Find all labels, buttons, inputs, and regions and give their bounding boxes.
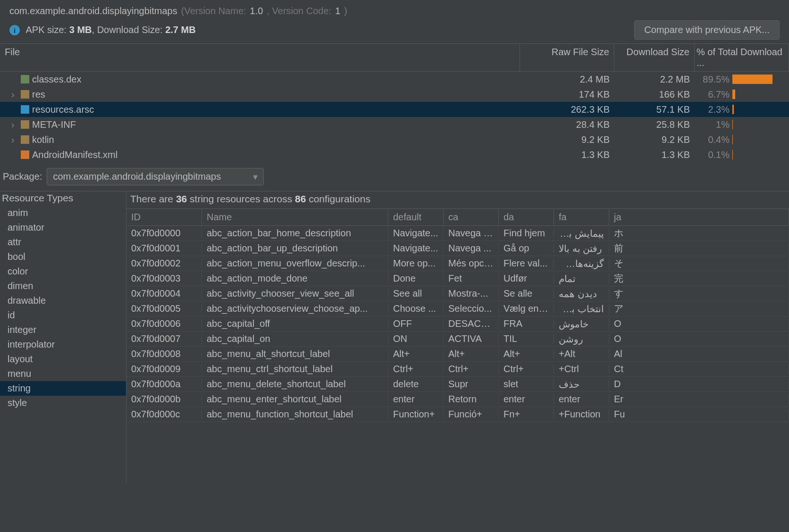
res-da: Vælg en ... bbox=[499, 303, 554, 314]
file-row[interactable]: ›kotlin9.2 KB9.2 KB0.4% bbox=[0, 132, 789, 147]
res-fa: تمام bbox=[554, 273, 609, 284]
resource-type-item[interactable]: color bbox=[0, 264, 126, 279]
resource-row[interactable]: 0x7f0d000cabc_menu_function_shortcut_lab… bbox=[126, 407, 789, 422]
res-default: OFF bbox=[388, 318, 444, 329]
res-fa: حذف bbox=[554, 379, 609, 390]
res-default: Navigate... bbox=[388, 228, 444, 239]
col-default[interactable]: default bbox=[388, 209, 444, 225]
file-row[interactable]: ›classes.dex2.4 MB2.2 MB89.5% bbox=[0, 72, 789, 87]
resource-row[interactable]: 0x7f0d0006abc_capital_offOFFDESACTI...FR… bbox=[126, 316, 789, 332]
res-name: abc_capital_on bbox=[202, 333, 388, 344]
resource-row[interactable]: 0x7f0d0002abc_action_menu_overflow_descr… bbox=[126, 256, 789, 271]
resource-row[interactable]: 0x7f0d0009abc_menu_ctrl_shortcut_labelCt… bbox=[126, 362, 789, 377]
col-da[interactable]: da bbox=[499, 209, 554, 225]
size-summary: i APK size: 3 MB, Download Size: 2.7 MB bbox=[9, 25, 196, 36]
res-name: abc_menu_ctrl_shortcut_label bbox=[202, 364, 388, 374]
res-name: abc_menu_delete_shortcut_label bbox=[202, 379, 388, 390]
resource-type-item[interactable]: menu bbox=[0, 366, 126, 381]
header: com.example.android.displayingbitmaps (V… bbox=[0, 0, 789, 43]
res-fa: Ctrl+ bbox=[554, 364, 609, 374]
res-ja: Ct bbox=[609, 364, 789, 374]
col-pct-header[interactable]: % of Total Download ... bbox=[695, 44, 789, 71]
chevron-right-icon[interactable]: › bbox=[9, 119, 16, 130]
res-fa: enter bbox=[554, 394, 609, 405]
close-paren: ) bbox=[344, 6, 347, 17]
resource-row[interactable]: 0x7f0d0005abc_activitychooserview_choose… bbox=[126, 301, 789, 316]
pct-text: 6.7% bbox=[697, 89, 730, 100]
res-name: abc_menu_function_shortcut_label bbox=[202, 409, 388, 420]
res-fa: Alt+ bbox=[554, 349, 609, 359]
resource-row[interactable]: 0x7f0d000aabc_menu_delete_shortcut_label… bbox=[126, 377, 789, 392]
resource-type-item[interactable]: layout bbox=[0, 352, 126, 366]
download-size: 2.2 MB bbox=[614, 74, 695, 85]
resource-type-item[interactable]: drawable bbox=[0, 293, 126, 308]
resource-type-item[interactable]: bool bbox=[0, 249, 126, 264]
resource-row[interactable]: 0x7f0d0004abc_activity_chooser_view_see_… bbox=[126, 286, 789, 301]
col-name[interactable]: Name bbox=[202, 209, 388, 225]
resource-type-item[interactable]: dimen bbox=[0, 279, 126, 293]
resource-row[interactable]: 0x7f0d0003abc_action_mode_doneDoneFetUdf… bbox=[126, 271, 789, 286]
resource-type-item[interactable]: animator bbox=[0, 220, 126, 235]
file-name: META-INF bbox=[32, 119, 76, 130]
file-row[interactable]: ›META-INF28.4 KB25.8 KB1% bbox=[0, 117, 789, 132]
res-ca: Navega ... bbox=[444, 243, 499, 254]
version-name-label: (Version Name: bbox=[181, 6, 246, 17]
col-raw-header[interactable]: Raw File Size bbox=[520, 44, 614, 71]
pct-bar bbox=[732, 90, 735, 99]
res-ja: O bbox=[609, 333, 789, 344]
resource-row[interactable]: 0x7f0d0008abc_menu_alt_shortcut_labelAlt… bbox=[126, 347, 789, 362]
file-row[interactable]: ›res174 KB166 KB6.7% bbox=[0, 87, 789, 102]
res-id: 0x7f0d0008 bbox=[126, 349, 202, 359]
compare-apk-button[interactable]: Compare with previous APK... bbox=[634, 20, 780, 40]
resource-row[interactable]: 0x7f0d0007abc_capital_onONACTIVATILروشنO bbox=[126, 332, 789, 347]
res-id: 0x7f0d0007 bbox=[126, 333, 202, 344]
res-ca: Seleccio... bbox=[444, 303, 499, 314]
col-fa[interactable]: fa bbox=[554, 209, 609, 225]
res-default: ON bbox=[388, 333, 444, 344]
resource-row[interactable]: 0x7f0d0000abc_action_bar_home_descriptio… bbox=[126, 226, 789, 241]
col-ja[interactable]: ja bbox=[609, 209, 789, 225]
res-id: 0x7f0d0005 bbox=[126, 303, 202, 314]
chevron-right-icon[interactable]: › bbox=[9, 134, 16, 145]
resource-type-item[interactable]: string bbox=[0, 381, 126, 396]
res-name: abc_action_menu_overflow_descrip... bbox=[202, 258, 388, 269]
resource-type-item[interactable]: style bbox=[0, 396, 126, 410]
resource-type-item[interactable]: attr bbox=[0, 235, 126, 249]
file-row[interactable]: ›AndroidManifest.xml1.3 KB1.3 KB0.1% bbox=[0, 147, 789, 162]
col-ca[interactable]: ca bbox=[444, 209, 499, 225]
resource-types-header: Resource Types bbox=[0, 191, 126, 206]
pct-bar bbox=[732, 150, 733, 159]
file-row[interactable]: ›resources.arsc262.3 KB57.1 KB2.3% bbox=[0, 102, 789, 117]
res-da: Se alle bbox=[499, 288, 554, 299]
chevron-right-icon[interactable]: › bbox=[9, 89, 16, 100]
package-dropdown[interactable]: com.example.android.displayingbitmaps bbox=[47, 168, 264, 185]
col-file-header[interactable]: File bbox=[0, 44, 520, 71]
res-da: FRA bbox=[499, 318, 554, 329]
version-code: 1 bbox=[335, 6, 340, 17]
folder-icon bbox=[21, 135, 29, 144]
res-ja: 完 bbox=[609, 272, 789, 285]
resource-type-item[interactable]: anim bbox=[0, 206, 126, 220]
col-id[interactable]: ID bbox=[126, 209, 202, 225]
res-name: abc_action_bar_home_description bbox=[202, 228, 388, 239]
res-id: 0x7f0d0009 bbox=[126, 364, 202, 374]
version-name: 1.0 bbox=[250, 6, 263, 17]
resource-type-item[interactable]: integer bbox=[0, 323, 126, 337]
resource-row[interactable]: 0x7f0d000babc_menu_enter_shortcut_labele… bbox=[126, 392, 789, 407]
raw-size: 1.3 KB bbox=[520, 150, 614, 160]
res-ca: Supr bbox=[444, 379, 499, 390]
res-ja: ホ bbox=[609, 227, 789, 240]
res-default: Done bbox=[388, 273, 444, 284]
resource-type-item[interactable]: id bbox=[0, 308, 126, 323]
download-size: 9.2 KB bbox=[614, 134, 695, 145]
col-download-header[interactable]: Download Size bbox=[614, 44, 695, 71]
res-default: Function+ bbox=[388, 409, 444, 420]
arsc-icon bbox=[21, 105, 29, 114]
res-id: 0x7f0d0002 bbox=[126, 258, 202, 269]
resource-type-item[interactable]: interpolator bbox=[0, 337, 126, 352]
res-ja: D bbox=[609, 379, 789, 390]
resource-row[interactable]: 0x7f0d0001abc_action_bar_up_descriptionN… bbox=[126, 241, 789, 256]
resource-table-header: ID Name default ca da fa ja bbox=[126, 208, 789, 226]
pct-bar bbox=[732, 135, 733, 144]
res-ja: す bbox=[609, 287, 789, 300]
